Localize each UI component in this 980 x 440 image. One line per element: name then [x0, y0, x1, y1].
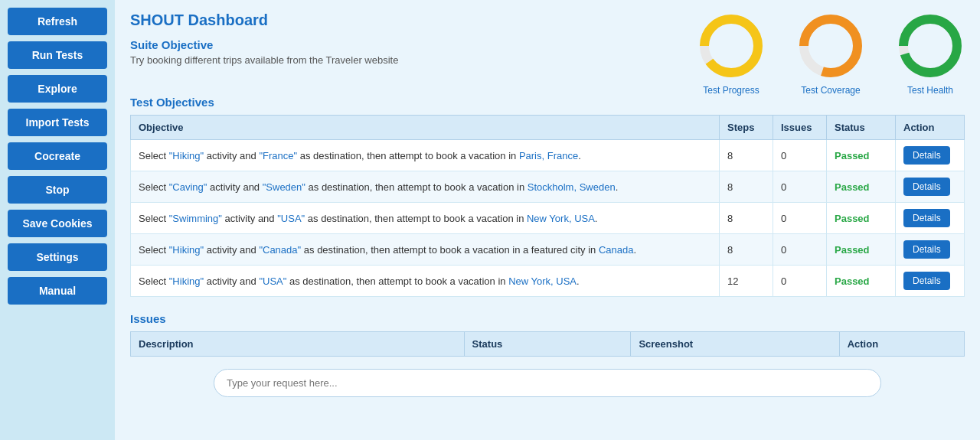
- status-cell: Passed: [827, 234, 896, 266]
- status-badge: Passed: [835, 244, 870, 256]
- status-badge: Passed: [835, 213, 870, 224]
- status-cell: Passed: [827, 203, 896, 234]
- steps-cell: 8: [720, 203, 773, 234]
- table-row: Select "Hiking" activity and "France" as…: [131, 140, 965, 171]
- suite-objective-text: Try booking different trips available fr…: [130, 54, 697, 66]
- status-badge: Passed: [835, 275, 870, 287]
- issues-section-title: Issues: [130, 312, 965, 325]
- details-button[interactable]: Details: [903, 209, 950, 227]
- col-issues: Issues: [773, 116, 827, 140]
- objectives-table: Objective Steps Issues Status Action Sel…: [130, 115, 965, 297]
- refresh-button[interactable]: Refresh: [8, 8, 107, 35]
- steps-cell: 8: [720, 140, 773, 171]
- table-row: Select "Hiking" activity and "USA" as de…: [131, 266, 965, 297]
- action-cell: Details: [896, 203, 965, 234]
- issues-table: Description Status Screenshot Action: [130, 331, 965, 357]
- issues-cell: 0: [773, 203, 827, 234]
- action-cell: Details: [896, 234, 965, 266]
- col-action: Action: [896, 116, 965, 140]
- status-cell: Passed: [827, 171, 896, 203]
- col-status: Status: [827, 116, 896, 140]
- suite-objective-label: Suite Objective: [130, 38, 697, 51]
- test-progress-chart-label: Test Progress: [703, 85, 759, 96]
- status-cell: Passed: [827, 266, 896, 297]
- status-badge: Passed: [835, 181, 870, 193]
- objective-cell: Select "Hiking" activity and "France" as…: [131, 140, 720, 171]
- objectives-table-body: Select "Hiking" activity and "France" as…: [131, 140, 965, 297]
- action-cell: Details: [896, 266, 965, 297]
- svg-point-1: [704, 19, 758, 73]
- explore-button[interactable]: Explore: [8, 75, 107, 103]
- details-button[interactable]: Details: [903, 272, 950, 290]
- save-cookies-button[interactable]: Save Cookies: [8, 210, 107, 237]
- details-button[interactable]: Details: [903, 240, 950, 259]
- action-cell: Details: [896, 171, 965, 203]
- test-coverage-chart: Test Coverage: [796, 11, 865, 96]
- col-objective: Objective: [131, 116, 720, 140]
- table-row: Select "Caving" activity and "Sweden" as…: [131, 171, 965, 203]
- dashboard-title: SHOUT Dashboard: [130, 11, 697, 29]
- status-cell: Passed: [827, 140, 896, 171]
- run-tests-button[interactable]: Run Tests: [8, 41, 107, 69]
- objective-cell: Select "Swimming" activity and "USA" as …: [131, 203, 720, 234]
- import-tests-button[interactable]: Import Tests: [8, 109, 107, 136]
- issues-cell: 0: [773, 171, 827, 203]
- steps-cell: 12: [720, 266, 773, 297]
- issues-col-status: Status: [464, 332, 631, 357]
- test-health-chart: Test Health: [896, 11, 965, 96]
- action-cell: Details: [896, 140, 965, 171]
- col-steps: Steps: [720, 116, 773, 140]
- settings-button[interactable]: Settings: [8, 243, 107, 271]
- main-content: SHOUT Dashboard Suite Objective Try book…: [115, 0, 980, 440]
- issues-cell: 0: [773, 140, 827, 171]
- details-button[interactable]: Details: [903, 146, 950, 165]
- test-coverage-chart-label: Test Coverage: [801, 85, 860, 96]
- manual-button[interactable]: Manual: [8, 277, 107, 305]
- charts-row: Test Progress Test Coverage Test Health: [697, 11, 965, 96]
- objective-cell: Select "Hiking" activity and "Canada" as…: [131, 234, 720, 266]
- header-area: SHOUT Dashboard Suite Objective Try book…: [130, 11, 965, 96]
- table-row: Select "Hiking" activity and "Canada" as…: [131, 234, 965, 266]
- issues-cell: 0: [773, 266, 827, 297]
- objectives-section-title: Test Objectives: [130, 96, 965, 109]
- svg-point-5: [903, 19, 957, 73]
- stop-button[interactable]: Stop: [8, 176, 107, 204]
- objective-cell: Select "Hiking" activity and "USA" as de…: [131, 266, 720, 297]
- objectives-table-header: Objective Steps Issues Status Action: [131, 116, 965, 140]
- issues-cell: 0: [773, 234, 827, 266]
- sidebar: RefreshRun TestsExploreImport TestsCocre…: [0, 0, 115, 440]
- issues-col-description: Description: [131, 332, 465, 357]
- issues-col-action: Action: [839, 332, 964, 357]
- issues-col-screenshot: Screenshot: [631, 332, 839, 357]
- test-progress-chart: Test Progress: [697, 11, 766, 96]
- table-row: Select "Swimming" activity and "USA" as …: [131, 203, 965, 234]
- steps-cell: 8: [720, 234, 773, 266]
- issues-table-header: Description Status Screenshot Action: [131, 332, 965, 357]
- status-badge: Passed: [835, 150, 870, 161]
- request-input[interactable]: [214, 369, 881, 397]
- details-button[interactable]: Details: [903, 178, 950, 196]
- cocreate-button[interactable]: Cocreate: [8, 142, 107, 170]
- objective-cell: Select "Caving" activity and "Sweden" as…: [131, 171, 720, 203]
- header-left: SHOUT Dashboard Suite Objective Try book…: [130, 11, 697, 78]
- steps-cell: 8: [720, 171, 773, 203]
- test-health-chart-label: Test Health: [907, 85, 953, 96]
